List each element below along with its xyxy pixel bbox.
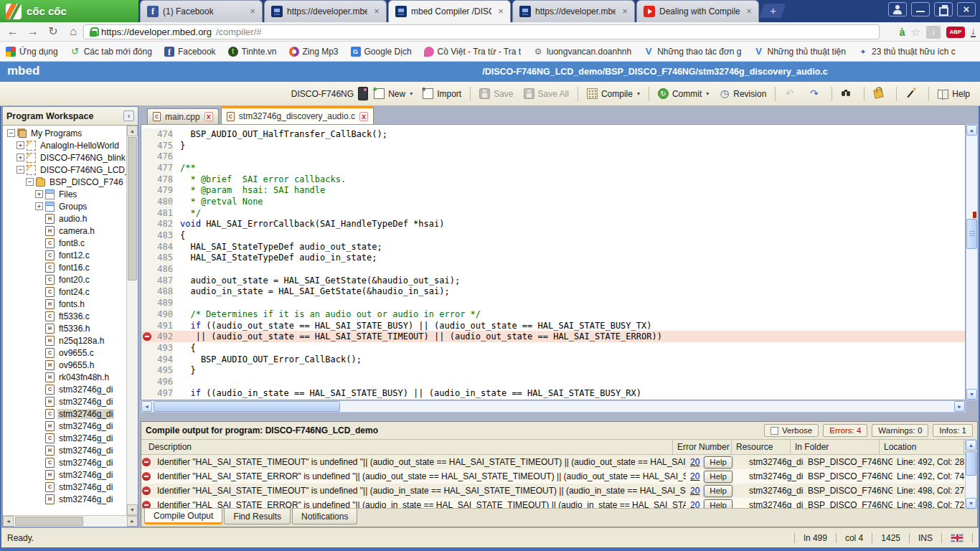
editor-tab-close-icon[interactable] [204,112,213,121]
undo-button[interactable] [780,86,803,101]
download-icon[interactable] [971,27,976,37]
scroll-right-icon[interactable]: ► [127,516,138,527]
tree-item[interactable]: ft5336.c [3,310,126,322]
tree-item[interactable]: stm32746g_di [3,444,126,456]
code-line[interactable]: 496 [141,376,965,387]
tree-item[interactable]: ft5336.h [3,322,126,334]
code-line[interactable]: 497 if ((audio_in_state == HAL_SAI_STATE… [141,387,965,399]
error-number-link[interactable]: 20 [690,457,699,467]
scroll-up-icon[interactable]: ▲ [127,126,138,136]
bookmark-thu-thuat-tien[interactable]: Những thủ thuật tiện [754,47,846,57]
code-line[interactable]: 487 audio_out_state = HAL_SAI_GetState(&… [141,275,965,286]
restore-icon[interactable] [934,2,953,17]
ime-indicator[interactable]: à [900,27,905,38]
refresh-icon[interactable]: ↻ [44,24,62,39]
tab-compile-output[interactable]: Compile Output [144,509,222,524]
tree-item[interactable]: ov9655.h [3,359,126,371]
target-board[interactable]: DISCO-F746NG [291,87,368,100]
compile-button[interactable]: Compile [583,86,644,101]
tree-item[interactable]: + AnalogIn-HelloWorld [3,139,126,151]
help-button[interactable]: Help [704,499,732,509]
new-button[interactable]: New [369,86,417,101]
tree-expander[interactable] [35,361,43,369]
tree-item[interactable]: rk043fn48h.h [3,371,126,383]
bookmark-tinhte[interactable]: Tinhte.vn [228,47,277,57]
column-in-folder[interactable]: In Folder [791,440,880,454]
tree-expander[interactable] [35,471,43,479]
tab-developer-mbed-1[interactable]: https://developer.mbed.or [264,0,387,22]
code-line[interactable]: 495 } [141,364,965,376]
tab-facebook[interactable]: (1) Facebook [140,0,263,22]
help-button[interactable]: Help [704,471,732,483]
output-vscroll-thumb[interactable] [966,451,976,476]
tree-expander[interactable] [35,336,43,344]
tree-item[interactable]: camera.h [3,225,126,237]
editor-vscroll-thumb[interactable] [966,219,977,249]
save-button[interactable]: Save [475,86,517,101]
tree-expander[interactable] [35,276,43,283]
code-line[interactable]: 480 * @retval None [141,196,965,207]
back-icon[interactable]: ← [4,24,22,39]
bookmark-google-translate[interactable]: Google Dịch [351,47,412,57]
tab-find-results[interactable]: Find Results [224,509,291,524]
tree-expander[interactable] [35,239,43,247]
error-row[interactable]: Identifier "HAL_SAI_STATE_TIMEOUT" is un… [141,484,977,498]
bookmark-apps[interactable]: Ứng dụng [6,47,58,57]
code-line[interactable]: 479 * @param hsai: SAI handle [141,184,965,196]
collapse-workspace-icon[interactable] [123,110,134,121]
tree-item[interactable]: + Groups [3,200,126,212]
tree-item[interactable]: font16.c [3,261,126,273]
tree-item[interactable]: fonts.h [3,298,126,310]
close-icon[interactable] [957,2,976,17]
mbed-logo[interactable]: mbed [7,64,39,78]
code-line[interactable]: 482 void HAL_SAI_ErrorCallback(SAI_Handl… [141,219,965,230]
bookmark-thao-tac[interactable]: Những thao tác đơn g [644,47,741,57]
editor-tab-close-icon[interactable] [359,112,368,121]
tree-expander[interactable] [35,300,43,308]
code-line[interactable]: 478 * @brief SAI error callbacks. [141,174,965,185]
tree-expander[interactable]: + [17,141,24,149]
tree-item[interactable]: font20.c [3,273,126,286]
help-button[interactable]: Help [933,86,974,101]
tab-close-icon[interactable] [372,6,382,17]
error-row[interactable]: Identifier "HAL_SAI_STATE_ERROR" is unde… [141,498,977,508]
code-line[interactable]: 494 BSP_AUDIO_OUT_Error_CallBack(); [141,354,965,365]
counter-badge[interactable]: Errors: 4 [823,424,867,437]
language-flag-icon[interactable] [951,534,963,542]
profile-icon[interactable] [888,2,907,17]
tree-expander[interactable]: − [26,178,34,186]
scroll-up-icon[interactable]: ▲ [966,125,977,136]
scroll-right-icon[interactable]: ► [954,401,965,412]
bookmark-recently-closed[interactable]: Các tab mới đóng [70,47,152,57]
tab-developer-mbed-2[interactable]: https://developer.mbed.or [512,0,635,22]
code-line[interactable]: 474 BSP_AUDIO_OUT_HalfTransfer_CallBack(… [141,128,965,140]
error-number-link[interactable]: 20 [690,486,699,496]
tree-item[interactable]: font12.c [3,249,126,261]
editor-hscroll-thumb[interactable] [154,401,340,412]
help-button[interactable]: Help [704,456,732,468]
editor-tab-stm32746g-discovery-audio[interactable]: stm32746g_discovery_audio.c [221,106,374,124]
tree-expander[interactable]: − [17,166,24,174]
tree-expander[interactable] [35,397,43,405]
scroll-down-icon[interactable]: ▼ [966,389,977,400]
code-editor[interactable]: 474 BSP_AUDIO_OUT_HalfTransfer_CallBack(… [141,124,966,400]
tree-expander[interactable] [35,434,43,442]
tab-mbed-compiler[interactable]: mbed Compiler /DISCO-F7 [388,0,511,22]
commit-button[interactable]: Commit [654,86,713,101]
tree-expander[interactable]: + [35,202,43,210]
code-line[interactable]: 476 [141,151,965,162]
error-number-link[interactable]: 20 [690,500,699,508]
counter-badge[interactable]: Warnings: 0 [872,424,928,437]
code-line[interactable]: 492 || (audio_out_state == HAL_SAI_STATE… [141,331,965,342]
tree-expander[interactable]: + [17,154,24,161]
tree-vertical-scrollbar[interactable]: ▲ ▼ [126,126,138,515]
bookmark-luongvancan[interactable]: luongvancan.doanhnh [533,47,631,57]
extension-down-icon[interactable] [926,26,941,39]
error-number-link[interactable]: 20 [690,471,699,481]
code-line[interactable]: 489 [141,297,965,309]
bookmark-co-viet[interactable]: Cồ Việt - Tra từ - Tra t [424,47,522,57]
code-line[interactable]: 490 /* Determines if it is an audio out … [141,309,965,320]
help-button[interactable]: Help [704,485,732,497]
tree-item[interactable]: − DISCO-F746NG_LCD_ [3,164,126,176]
tab-close-icon[interactable] [744,6,754,17]
